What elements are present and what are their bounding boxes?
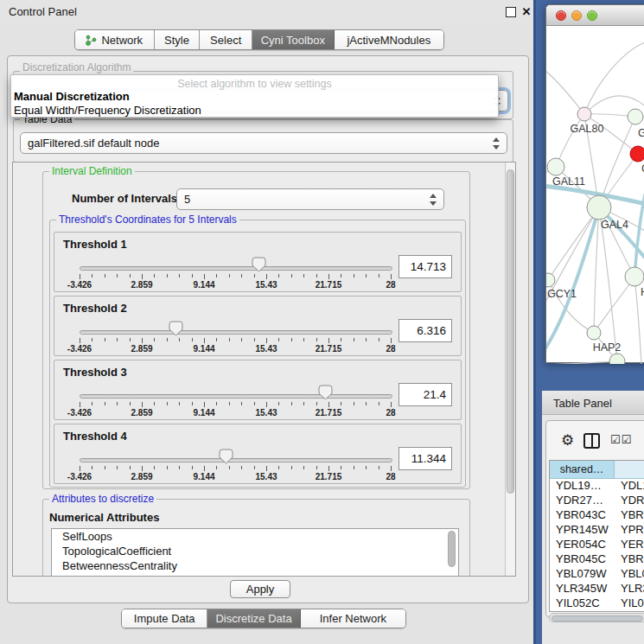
table-data-combobox[interactable]: galFiltered.sif default node [20, 132, 507, 154]
threshold-value-field[interactable]: 14.713 [399, 255, 452, 278]
table-hscrollbar-track[interactable] [549, 613, 644, 622]
table-row[interactable]: YPR145WYPR1 [550, 523, 644, 538]
slider-tick [254, 466, 255, 469]
network-node-h[interactable] [625, 267, 644, 286]
slider-tick [167, 274, 168, 277]
threshold-slider-thumb[interactable] [318, 385, 333, 400]
slider-tick [142, 466, 143, 471]
threshold-slider-thumb[interactable] [252, 257, 266, 272]
threshold-slider-track[interactable] [80, 330, 392, 335]
table-row[interactable]: YIL052CYIL0 [550, 596, 644, 611]
table-row[interactable]: YBR045CYBR0 [550, 552, 644, 567]
column-header-shared-name[interactable]: shared… [550, 461, 615, 479]
slider-tick-label: 9.144 [193, 344, 214, 354]
table-row[interactable]: YDR27…YDR2 [550, 494, 644, 508]
close-traffic-light-icon[interactable] [556, 10, 566, 21]
threshold-value-field[interactable]: 6.316 [399, 319, 452, 342]
slider-tick [328, 466, 329, 471]
network-edge[interactable] [584, 42, 644, 114]
split-panel-icon[interactable] [583, 433, 600, 449]
network-node-c[interactable] [630, 146, 644, 162]
network-node-hap2[interactable] [587, 326, 601, 340]
table-hscrollbar-thumb[interactable] [552, 615, 643, 622]
apply-button[interactable]: Apply [230, 580, 290, 598]
threshold-slider-track[interactable] [80, 266, 392, 271]
tab-cyni-toolbox[interactable]: Cyni Toolbox [252, 30, 335, 49]
dropdown-option-manual-discretization[interactable]: Manual Discretization [14, 90, 130, 103]
cyni-mode-tabs: Impute DataDiscretize DataInfer Network [121, 609, 406, 628]
threshold-panel-4: Threshold 4-3.4262.8599.14415.4321.71528… [54, 424, 462, 484]
table-row[interactable]: YER054CYER0 [550, 538, 644, 552]
network-icon [86, 35, 97, 46]
slider-tick [105, 466, 105, 469]
slider-tick [354, 338, 354, 341]
network-node-gcy1[interactable] [546, 273, 555, 287]
network-node-ga[interactable] [628, 109, 643, 124]
threshold-value-field[interactable]: 21.4 [399, 383, 452, 406]
attribute-list-item[interactable]: SelfLoops [52, 529, 458, 544]
network-edge[interactable] [546, 68, 584, 114]
threshold-panel-3: Threshold 3-3.4262.8599.14415.4321.71528… [54, 360, 462, 420]
settings-scrollbar-thumb[interactable] [507, 169, 514, 494]
slider-tick [254, 338, 255, 341]
slider-tick-label: 2.859 [131, 408, 152, 418]
network-edge[interactable] [548, 207, 599, 280]
column-header-name[interactable]: n [615, 461, 644, 479]
tab-jactivemnodules[interactable]: jActiveMNodules [335, 30, 443, 49]
zoom-traffic-light-icon[interactable] [587, 10, 597, 21]
network-edge[interactable] [594, 277, 634, 333]
slider-tick [291, 274, 292, 277]
slider-tick [179, 274, 180, 277]
table-row[interactable]: YLR345WYLR3 [550, 582, 644, 596]
threshold-slider-thumb[interactable] [219, 449, 233, 464]
threshold-slider-thumb[interactable] [169, 321, 183, 336]
tab-network[interactable]: Network [75, 30, 155, 49]
network-node-gal11[interactable] [547, 158, 564, 175]
dropdown-prompt-item[interactable]: Select algorithm to view settings [11, 78, 498, 90]
float-window-icon[interactable] [506, 7, 516, 17]
slider-tick [341, 466, 341, 469]
slider-tick [379, 338, 379, 341]
slider-tick-label: -3.426 [67, 472, 92, 481]
table-row[interactable]: YDL19…YDL1 [550, 479, 644, 494]
window-title: Control Panel [9, 5, 77, 18]
gear-icon[interactable]: ⚙ [561, 433, 574, 448]
slider-tick-label: 28 [386, 408, 395, 418]
attributes-list-scrollbar[interactable] [448, 531, 456, 567]
slider-tick [328, 274, 329, 279]
attribute-list-item[interactable]: TopologicalCoefficient [52, 544, 458, 558]
bottom-tab-infer-network[interactable]: Infer Network [301, 609, 405, 628]
network-edge[interactable] [546, 361, 617, 364]
checked-checkboxes-icon[interactable]: ☑☑ [610, 433, 632, 446]
network-node-gal80[interactable] [577, 107, 591, 121]
threshold-value-field[interactable]: 11.344 [399, 447, 452, 470]
slider-tick [303, 338, 304, 341]
number-of-intervals-combobox[interactable]: 5 [176, 188, 444, 210]
tab-style[interactable]: Style [155, 30, 201, 49]
bottom-tab-discretize-data[interactable]: Discretize Data [207, 609, 300, 628]
slider-tick-label: 2.859 [131, 280, 152, 290]
network-window-titlebar [546, 5, 644, 26]
cell-name: YIL0 [621, 596, 644, 609]
threshold-slider-track[interactable] [80, 458, 392, 462]
attributes-to-discretize-label: Attributes to discretize [49, 493, 156, 505]
cell-shared-name: YDR27… [556, 494, 603, 507]
network-canvas[interactable]: GAL80GACGAL11GAL4GCY1HHAP2 [546, 27, 644, 364]
network-node-gal4[interactable] [587, 195, 611, 220]
slider-tick [241, 274, 242, 277]
tab-select[interactable]: Select [200, 30, 252, 49]
bottom-tab-impute-data[interactable]: Impute Data [122, 609, 207, 628]
slider-tick [80, 402, 80, 407]
table-row[interactable]: YBL079WYBL0 [550, 567, 644, 582]
slider-tick-label: 9.144 [193, 472, 214, 481]
close-window-icon[interactable]: ✕ [521, 7, 532, 17]
table-row[interactable]: YBR043CYBR0 [550, 508, 644, 523]
network-edge-highlighted[interactable] [634, 194, 644, 277]
number-of-intervals-value: 5 [184, 193, 190, 206]
dropdown-option-equal-width-frequency[interactable]: Equal Width/Frequency Discretization [14, 104, 201, 117]
cell-shared-name: YPR145W [556, 523, 609, 536]
minimize-traffic-light-icon[interactable] [571, 10, 582, 21]
cell-name: YBR0 [621, 552, 644, 565]
attribute-list-item[interactable]: BetweennessCentrality [52, 558, 458, 573]
threshold-slider-track[interactable] [80, 394, 392, 399]
